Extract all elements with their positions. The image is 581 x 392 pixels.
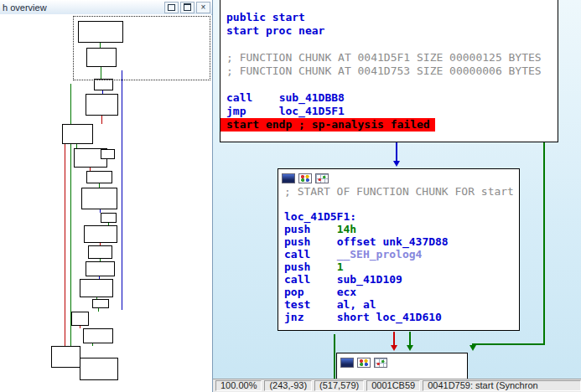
asm-line[interactable]: call sub_41DBB8 bbox=[220, 91, 558, 105]
overview-node bbox=[71, 312, 89, 326]
asm-line[interactable]: jnz short loc_41D610 bbox=[278, 311, 519, 323]
overview-node bbox=[92, 299, 109, 308]
float-icon bbox=[184, 3, 191, 11]
asm-line[interactable]: ; FUNCTION CHUNK AT 0041D753 SIZE 000000… bbox=[220, 64, 558, 78]
overview-node bbox=[86, 171, 112, 183]
asm-line[interactable]: push 14h bbox=[278, 223, 519, 235]
overview-edge bbox=[80, 326, 80, 328]
edge-arrowhead bbox=[391, 345, 397, 351]
asm-line[interactable]: loc_41D5F1: bbox=[278, 210, 519, 223]
overview-viewport[interactable] bbox=[73, 16, 210, 80]
overview-edge bbox=[70, 84, 71, 346]
asm-line[interactable]: push offset unk_437D88 bbox=[278, 235, 519, 248]
asm-line[interactable]: push 1 bbox=[278, 260, 519, 273]
graph-overview-window[interactable]: h overview × bbox=[0, 0, 213, 392]
asm-line[interactable] bbox=[220, 78, 558, 91]
overview-node bbox=[94, 79, 113, 90]
overview-edge bbox=[65, 132, 65, 358]
overview-node bbox=[62, 124, 93, 144]
asm-line[interactable]: ; FUNCTION CHUNK AT 0041D5F1 SIZE 000001… bbox=[220, 51, 558, 64]
graph-edge bbox=[472, 343, 545, 345]
node-toolbar bbox=[278, 171, 519, 185]
node-color-icon[interactable] bbox=[298, 173, 312, 183]
overview-edge bbox=[101, 116, 102, 124]
float-button[interactable] bbox=[180, 2, 195, 13]
asm-line[interactable] bbox=[220, 38, 558, 51]
status-bar: 100.00%(243,-93)(517,579)0001CB590041D75… bbox=[213, 379, 581, 392]
restore-button[interactable] bbox=[164, 2, 179, 13]
status-segment: 0041D759: start (Synchron bbox=[423, 380, 581, 391]
asm-line[interactable]: start endp ; sp-analysis failed bbox=[220, 118, 558, 132]
edge-arrowhead bbox=[407, 345, 413, 351]
overview-node bbox=[84, 225, 117, 243]
asm-line[interactable]: ; START OF FUNCTION CHUNK FOR start bbox=[278, 185, 519, 198]
status-segment: 100.00% bbox=[215, 380, 262, 391]
asm-line[interactable]: public start bbox=[220, 11, 558, 24]
asm-line[interactable] bbox=[278, 198, 519, 210]
frame-color-icon[interactable] bbox=[340, 358, 354, 368]
overview-node bbox=[86, 94, 118, 116]
group-node-icon[interactable] bbox=[374, 358, 387, 368]
graph-edge bbox=[543, 142, 545, 344]
overview-node bbox=[83, 328, 113, 343]
overview-node bbox=[80, 358, 118, 380]
asm-line[interactable]: start proc near bbox=[220, 24, 558, 38]
asm-line[interactable]: call __SEH_prolog4 bbox=[278, 248, 519, 260]
asm-line[interactable]: pop ecx bbox=[278, 286, 519, 298]
overview-titlebar[interactable]: h overview × bbox=[0, 0, 212, 15]
restore-icon bbox=[168, 4, 175, 11]
overview-edge bbox=[98, 308, 99, 312]
overview-node bbox=[86, 261, 115, 276]
overview-node bbox=[81, 188, 117, 209]
status-segment: (517,579) bbox=[314, 380, 364, 391]
group-node-icon[interactable] bbox=[315, 173, 329, 183]
overview-edge bbox=[92, 343, 93, 346]
graph-edge bbox=[334, 334, 335, 381]
asm-line[interactable]: jmp loc_41D5F1 bbox=[220, 105, 558, 118]
overview-edge bbox=[122, 70, 122, 310]
asm-line[interactable]: test al, al bbox=[278, 298, 519, 311]
window-title: h overview bbox=[0, 3, 164, 13]
overview-node bbox=[51, 346, 80, 368]
node-color-icon[interactable] bbox=[357, 358, 371, 368]
basic-block-loc-41D5F1[interactable]: ; START OF FUNCTION CHUNK FOR start loc_… bbox=[278, 168, 520, 331]
close-button[interactable]: × bbox=[196, 2, 210, 13]
overview-node bbox=[101, 149, 115, 159]
asm-line[interactable]: call sub_41D109 bbox=[278, 273, 519, 286]
node-toolbar bbox=[337, 355, 467, 369]
status-segment: (243,-93) bbox=[264, 380, 312, 391]
basic-block-start[interactable]: public startstart proc near ; FUNCTION C… bbox=[220, 0, 558, 142]
overview-canvas[interactable] bbox=[0, 14, 211, 392]
edge-arrowhead bbox=[469, 345, 476, 351]
frame-color-icon[interactable] bbox=[282, 173, 295, 183]
overview-node bbox=[88, 245, 112, 259]
overview-node bbox=[80, 279, 113, 297]
status-segment: 0001CB59 bbox=[366, 380, 420, 391]
overview-node bbox=[101, 213, 117, 223]
edge-arrowhead bbox=[393, 161, 400, 167]
asm-line[interactable] bbox=[220, 0, 558, 11]
